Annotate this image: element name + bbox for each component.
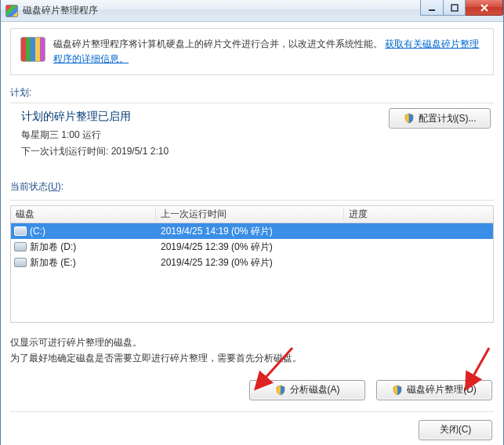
content-area: 磁盘碎片整理程序将计算机硬盘上的碎片文件进行合并，以改进文件系统性能。 获取有关… [1,22,503,445]
titlebar: 磁盘碎片整理程序 [1,0,503,22]
close-button[interactable]: 关闭(C) [419,420,492,440]
drive-icon [14,226,27,236]
status-panel: 磁盘 上一次运行时间 进度 (C:) 2019/4/25 14:19 (0% 碎… [10,200,494,440]
info-banner: 磁盘碎片整理程序将计算机硬盘上的碎片文件进行合并，以改进文件系统性能。 获取有关… [10,28,494,75]
minimize-icon [428,4,436,12]
window-controls [420,0,503,16]
col-header-progress[interactable]: 进度 [344,208,493,221]
disk-row[interactable]: (C:) 2019/4/25 14:19 (0% 碎片) [11,223,493,239]
disk-row[interactable]: 新加卷 (D:) 2019/4/25 12:39 (0% 碎片) [11,239,493,255]
shield-icon [404,113,415,124]
schedule-panel: 计划的碎片整理已启用 每星期三 1:00 运行 下一次计划运行时间: 2019/… [10,103,494,169]
analyze-disk-button[interactable]: 分析磁盘(A) [249,380,365,400]
drive-icon [14,258,27,267]
schedule-section-label: 计划: [10,86,494,99]
app-icon [5,5,18,17]
defrag-icon [20,37,45,62]
disk-last-run: 2019/4/25 14:19 (0% 碎片) [156,225,344,238]
shield-icon [275,385,286,396]
maximize-button[interactable] [444,0,466,16]
info-text: 磁盘碎片整理程序将计算机硬盘上的碎片文件进行合并，以改进文件系统性能。 获取有关… [53,37,484,67]
close-icon [480,4,489,12]
hint-line-1: 仅显示可进行碎片整理的磁盘。 [10,335,494,350]
minimize-button[interactable] [420,0,444,16]
close-window-button[interactable] [466,0,503,16]
analyze-disk-label: 分析磁盘(A) [290,383,340,396]
defragment-disk-button[interactable]: 磁盘碎片整理(D) [376,380,492,400]
window: 磁盘碎片整理程序 磁盘碎片整理程序将计算机硬盘上的碎片文件进行合并，以改进文件系… [0,0,504,445]
configure-schedule-button[interactable]: 配置计划(S)... [389,108,491,128]
disk-name: 新加卷 (E:) [30,256,76,270]
info-description: 磁盘碎片整理程序将计算机硬盘上的碎片文件进行合并，以改进文件系统性能。 [53,38,383,49]
maximize-icon [451,4,459,12]
disk-list[interactable]: 磁盘 上一次运行时间 进度 (C:) 2019/4/25 14:19 (0% 碎… [10,205,494,323]
schedule-recurrence: 每星期三 1:00 运行 [21,128,483,142]
disk-name: (C:) [30,226,45,237]
drive-icon [14,242,27,251]
window-title: 磁盘碎片整理程序 [23,4,98,17]
disk-last-run: 2019/4/25 12:39 (0% 碎片) [156,241,344,254]
disk-row[interactable]: 新加卷 (E:) 2019/4/25 12:39 (0% 碎片) [11,255,493,270]
disk-last-run: 2019/4/25 12:39 (0% 碎片) [156,256,344,270]
hint-line-2: 为了最好地确定磁盘是否需要立即进行碎片整理，需要首先分析磁盘。 [10,351,494,366]
status-section-label: 当前状态(U): [10,180,494,194]
svg-rect-0 [429,9,435,11]
footer-row: 关闭(C) [10,412,494,440]
hint-text: 仅显示可进行碎片整理的磁盘。 为了最好地确定磁盘是否需要立即进行碎片整理，需要首… [10,335,494,365]
close-button-label: 关闭(C) [440,423,472,436]
shield-icon [392,385,403,396]
col-header-disk[interactable]: 磁盘 [11,208,156,221]
disk-name: 新加卷 (D:) [30,241,76,254]
action-buttons-row: 分析磁盘(A) 磁盘碎片整理(D) [10,372,494,412]
svg-rect-1 [451,5,458,11]
schedule-next-run: 下一次计划运行时间: 2019/5/1 2:10 [21,145,483,158]
disk-list-header: 磁盘 上一次运行时间 进度 [11,206,493,223]
configure-schedule-label: 配置计划(S)... [419,112,477,125]
col-header-last-run[interactable]: 上一次运行时间 [156,208,344,221]
defragment-disk-label: 磁盘碎片整理(D) [407,383,477,396]
